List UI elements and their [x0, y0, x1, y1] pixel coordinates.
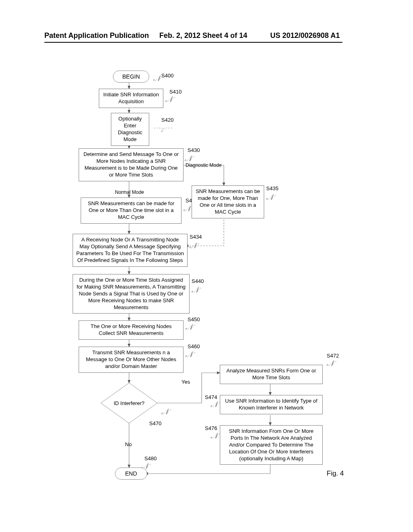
- branch-yes: Yes: [181, 379, 190, 385]
- branch-no: No: [125, 441, 132, 447]
- curl-icon: 𝒩: [186, 322, 192, 332]
- terminator-begin: BEGIN: [113, 71, 149, 83]
- label-s435: S435: [266, 185, 278, 191]
- step-s420: Optionally Enter Diagnostic Mode: [111, 113, 149, 146]
- header-left: Patent Application Publication: [44, 31, 149, 40]
- step-s440: During the One or More Time Slots Assign…: [73, 274, 190, 314]
- s460-text: Transmit SNR Measurements n a Message to…: [86, 349, 176, 369]
- header-mid: Feb. 2, 2012 Sheet 4 of 14: [159, 31, 247, 40]
- branch-normal-label: Normal Mode: [115, 189, 144, 195]
- label-s440: S440: [192, 278, 204, 284]
- s410-text: Initiate SNR Information Acquisition: [103, 91, 159, 104]
- figure-label: Fig. 4: [327, 470, 344, 478]
- curl-icon: 𝒩: [192, 285, 198, 295]
- step-s460: Transmit SNR Measurements n a Message to…: [79, 347, 184, 373]
- curl-icon: 𝒩: [211, 400, 217, 409]
- curl-icon: 𝒩: [165, 95, 172, 104]
- label-s400: S400: [161, 73, 173, 79]
- s476-text: SNR Information From One Or More Ports I…: [229, 428, 314, 461]
- s470-text: ID Interferer?: [101, 383, 157, 423]
- curl-icon: 𝒩: [184, 204, 190, 213]
- curl-icon: 𝒩: [211, 431, 217, 441]
- end-label: END: [125, 470, 137, 477]
- step-s472: Analyze Measured SNRs Form One or More T…: [220, 365, 323, 384]
- s435-text: SNR Measurements can be made for One, Mo…: [196, 188, 260, 215]
- curl-icon: 𝒩: [161, 407, 168, 416]
- label-s430: S430: [188, 147, 200, 153]
- s432-text: SNR Measurements can be made for One or …: [88, 200, 175, 220]
- step-s435: SNR Measurements can be made for One, Mo…: [192, 185, 264, 218]
- step-s432: SNR Measurements can be made for One or …: [81, 197, 181, 224]
- decision-s470: ID Interferer?: [101, 383, 157, 423]
- label-s410: S410: [169, 89, 181, 95]
- step-s434: A Receiving Node Or A Transmitting Node …: [73, 234, 188, 267]
- header-rule: [44, 42, 342, 43]
- label-s470: S470: [149, 420, 161, 426]
- curl-icon: 𝒩: [327, 359, 333, 368]
- s472-text: Analyze Measured SNRs Form One or More T…: [226, 368, 316, 380]
- curl-icon: 𝒩: [186, 350, 192, 359]
- s430-text: Determine and Send Message To One or Mor…: [83, 151, 179, 178]
- step-s410: Initiate SNR Information Acquisition: [99, 89, 163, 108]
- curl-icon: 𝒩: [190, 241, 196, 250]
- step-s430: Determine and Send Message To One or Mor…: [79, 148, 184, 181]
- label-s472: S472: [327, 353, 339, 359]
- s420-text: Optionally Enter Diagnostic Mode: [118, 116, 142, 142]
- terminator-end: END: [115, 468, 147, 480]
- header-right: US 2012/0026908 A1: [270, 31, 340, 40]
- branch-diagnostic-label: Diagnostic Mode: [186, 162, 221, 168]
- curl-icon: 𝒩: [266, 193, 273, 202]
- label-s474: S474: [205, 394, 217, 400]
- label-s460: S460: [188, 343, 200, 349]
- curl-icon: ⋯𝓏⋯: [152, 123, 172, 133]
- step-s474: Use SNR Information to Identify Type of …: [220, 395, 323, 414]
- s440-text: During the One or More Time Slots Assign…: [77, 277, 186, 310]
- label-s480: S480: [144, 455, 156, 461]
- step-s476: SNR Information From One Or More Ports I…: [220, 425, 323, 465]
- curl-icon: 𝒩: [185, 154, 191, 163]
- flow-arrows: [0, 60, 413, 516]
- begin-label: BEGIN: [122, 73, 140, 80]
- label-s420: S420: [161, 117, 173, 123]
- s474-text: Use SNR Information to Identify Type of …: [225, 398, 317, 411]
- label-s434: S434: [190, 234, 202, 240]
- s450-text: The One or More Receiving Nodes Collect …: [91, 323, 172, 336]
- label-s476: S476: [205, 425, 217, 431]
- curl-icon: 𝒩: [153, 74, 160, 83]
- s434-text: A Receiving Node Or A Transmitting Node …: [76, 237, 184, 263]
- step-s450: The One or More Receiving Nodes Collect …: [79, 320, 184, 340]
- label-s450: S450: [188, 316, 200, 322]
